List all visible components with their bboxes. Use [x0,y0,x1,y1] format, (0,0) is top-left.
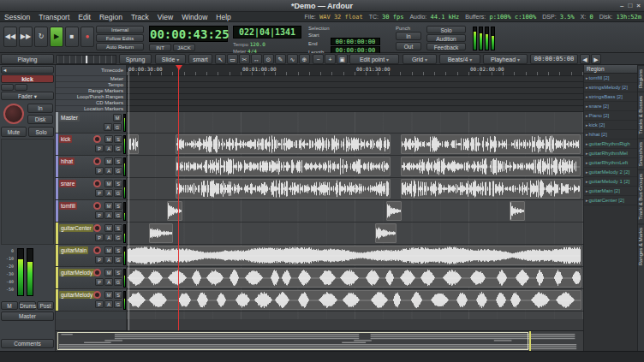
goto-end-button[interactable]: ▶▶ [19,27,33,47]
solo-button-strip[interactable]: Solo [28,127,54,137]
snap-mode-dropdown[interactable]: Grid ▾ [402,54,437,64]
record-enable-knob[interactable] [3,104,24,124]
record-arm-button[interactable] [93,202,101,210]
side-tab-regions[interactable]: Regions [638,65,644,92]
tool-audition-icon[interactable]: ⊙ [263,54,274,64]
zoom-in-button[interactable]: + [325,54,336,64]
loop-button[interactable]: ↻ [34,27,48,47]
record-button[interactable]: ● [80,27,94,47]
region-list-item-guitarcenter-2[interactable]: ▸guitarCenter [2] [584,196,637,205]
audio-region[interactable] [510,201,525,221]
processor-box[interactable] [1,139,54,245]
track-header-tomfill[interactable]: tomfillMSPAG [56,200,126,223]
track-name-button[interactable]: guitarCenter [59,224,93,232]
group-button[interactable]: G [114,167,122,175]
region-list-item-piano-2[interactable]: ▸Piano [2] [584,111,637,121]
expand-triangle-icon[interactable]: ▸ [586,94,588,99]
shuttle-marker[interactable] [86,56,87,63]
region-list-item-hihat-2[interactable]: ▸hihat [2] [584,130,637,139]
playhead-head-icon[interactable] [176,65,182,70]
window-control-maximize-icon[interactable]: □ [628,2,632,9]
automation-button[interactable]: A [104,167,113,175]
track-row-snare[interactable] [127,178,583,200]
titlebar[interactable]: *Demo — Ardour –□× [0,0,644,12]
smart-mode-button[interactable]: smart [188,54,212,64]
expand-triangle-icon[interactable]: ▸ [586,198,588,203]
nudge-clock[interactable]: 00:00:05:00 [530,54,578,64]
menu-track[interactable]: Track [127,12,153,22]
track-name-button[interactable]: tomfill [59,202,77,210]
expand-triangle-icon[interactable]: ▸ [586,141,588,146]
side-tab-ranges-marks[interactable]: Ranges & Marks [638,223,644,269]
group-button[interactable]: G [114,234,122,241]
track-name-button[interactable]: guitarMain [59,246,88,254]
track-header-guitarmelody-1[interactable]: guitarMelody 1MSPAG [56,267,126,289]
monitor-input-button[interactable]: In [27,104,53,113]
track-row-kick[interactable] [127,134,583,156]
expand-triangle-icon[interactable]: ▸ [586,151,588,156]
audio-region[interactable] [149,223,173,243]
tool-grab-icon[interactable]: ↖ [215,54,226,64]
track-row-guitarmelody-2[interactable] [127,289,583,312]
menu-edit[interactable]: Edit [74,12,95,22]
expand-triangle-icon[interactable]: ▸ [586,169,588,175]
ruler-loop-punch-ranges[interactable] [127,94,583,100]
playlist-button[interactable]: P [95,211,104,219]
audio-region[interactable] [375,223,397,243]
group-button[interactable]: G [114,256,122,264]
expand-triangle-icon[interactable]: ▸ [586,122,588,128]
strip-track-name[interactable]: kick [1,74,54,83]
group-button[interactable]: G [114,189,122,197]
automation-button[interactable]: A [104,256,113,264]
secondary-clock-bbt[interactable]: 022|04|1341 [233,26,301,39]
auto-return-button[interactable]: Auto Return [96,43,144,50]
region-list-item-guitarrhythmrigh[interactable]: ▸guitarRhythmRigh [584,139,637,149]
automation-button[interactable]: A [104,300,113,308]
automation-button[interactable]: A [104,211,113,219]
menu-region[interactable]: Region [95,12,127,22]
strip-post-button[interactable]: Post [37,301,54,310]
summary-view-rectangle[interactable] [57,332,528,350]
menu-transport[interactable]: Transport [34,12,74,22]
menu-help[interactable]: Help [212,12,235,22]
tool-cut-icon[interactable]: ✂ [239,54,250,64]
audio-region[interactable] [127,268,581,288]
strip-m-button[interactable]: M [1,301,18,310]
track-name-button[interactable]: snare [59,180,76,187]
menu-window[interactable]: Window [177,12,212,22]
edit-point-dropdown[interactable]: Edit point ▾ [349,54,399,64]
tool-range-icon[interactable]: ▭ [227,54,238,64]
track-row-guitarmain[interactable] [127,245,583,267]
expand-triangle-icon[interactable]: ▸ [586,188,588,193]
automation-button[interactable]: A [104,189,113,197]
group-button[interactable]: G [113,123,122,131]
expand-triangle-icon[interactable]: ▸ [586,85,588,90]
solo-button[interactable]: S [114,157,122,165]
session-summary[interactable] [56,330,583,351]
region-list-item-guitarrhythmleft[interactable]: ▸guitarRhythmLeft [584,158,637,168]
nudge-forward-button[interactable]: ▶ [591,54,601,64]
group-button[interactable]: G [114,145,122,152]
track-name-button[interactable]: Master [59,114,80,122]
automation-button[interactable]: A [104,145,113,152]
track-row-guitarmelody-1[interactable] [127,267,583,289]
mute-button[interactable]: M [104,246,113,254]
expand-triangle-icon[interactable]: ▸ [586,179,588,184]
group-button[interactable]: G [114,278,122,286]
track-header-guitarmelody-2[interactable]: guitarMelody 2MSPAG [56,289,126,312]
audio-region[interactable] [401,179,581,199]
grid-unit-dropdown[interactable]: Beats/4 ▾ [439,54,480,64]
track-header-hihat[interactable]: hihatMSPAG [56,156,126,178]
primary-clock[interactable]: 00:00:43:25 [149,26,228,42]
zoom-out-button[interactable]: − [313,54,324,64]
track-header-kick[interactable]: kickMSPAG [56,134,126,156]
playlist-button[interactable]: P [95,300,104,308]
shuttle-mode-button[interactable]: Sprung [119,54,152,64]
ruler-location-markers[interactable] [127,106,583,112]
solo-button[interactable]: S [114,269,122,276]
region-list-item-snare-2[interactable]: ▸snare [2] [584,102,637,111]
strip-io-button-1[interactable] [1,84,14,91]
mute-button[interactable]: M [104,157,113,165]
output-master-button[interactable]: Master [1,312,54,321]
track-canvas[interactable] [127,112,583,319]
